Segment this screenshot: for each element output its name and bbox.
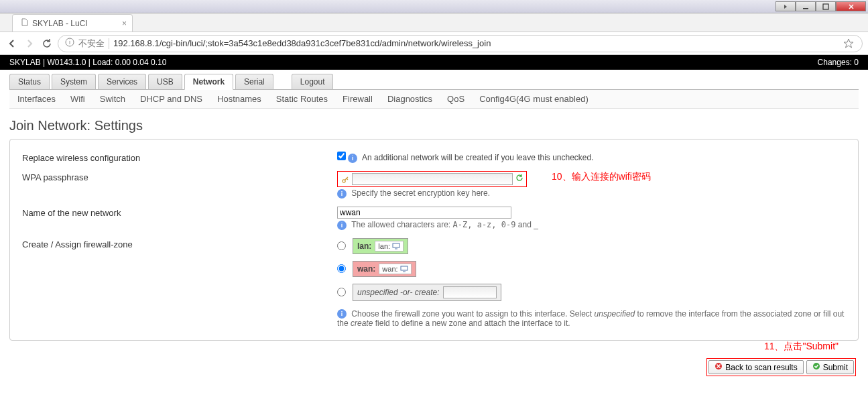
wpa-hint: Specify the secret encryption key here. (351, 188, 490, 198)
page-body: Status System Services USB Network Seria… (0, 70, 868, 395)
back-button[interactable]: Back to scan results (708, 360, 803, 374)
info-icon: i (337, 309, 347, 319)
netname-hint-pre: The allowed characters are: (351, 220, 452, 229)
netname-hint-code: A-Z, a-z, 0-9 (453, 220, 516, 229)
zone-lan-iface: lan: (375, 241, 404, 251)
browser-navbar: i 不安全 192.168.8.1/cgi-bin/luci/;stok=3a5… (0, 32, 868, 55)
forward-icon[interactable] (23, 37, 36, 50)
tab-status[interactable]: Status (9, 74, 50, 89)
zone-radio-wan[interactable] (337, 264, 346, 273)
subtab-interfaces[interactable]: Interfaces (17, 94, 56, 104)
tab-logout[interactable]: Logout (292, 74, 334, 89)
cancel-icon (715, 362, 723, 372)
unsafe-label: 不安全 (78, 38, 105, 50)
svg-rect-5 (393, 243, 399, 247)
subtab-config4g[interactable]: Config4G(4G must enabled) (479, 94, 588, 104)
subtab-diagnostics[interactable]: Diagnostics (387, 94, 432, 104)
svg-rect-1 (823, 4, 828, 9)
window-unknown-button[interactable] (776, 1, 796, 11)
window-maximize-button[interactable] (816, 1, 836, 11)
browser-tab-title: SKYLAB - LuCI (32, 19, 88, 28)
zone-hint: Choose the firewall zone you want to ass… (337, 309, 844, 329)
annotation-11: 11、点击"Submit" (9, 341, 839, 353)
field-netname: Name of the new network i The allowed ch… (22, 203, 846, 234)
wpa-label: WPA passphrase (22, 171, 337, 182)
zone-radio-lan[interactable] (337, 241, 346, 250)
browser-tab[interactable]: SKYLAB - LuCI × (12, 14, 133, 32)
os-titlebar (0, 0, 868, 13)
subtab-dhcp[interactable]: DHCP and DNS (140, 94, 202, 104)
field-wpa: WPA passphrase 10、输入连接的wifi密码 i Specify … (22, 167, 846, 203)
window-buttons (776, 1, 866, 11)
divider (109, 38, 109, 49)
info-icon: i (337, 189, 347, 199)
svg-point-8 (813, 363, 820, 370)
back-icon[interactable] (5, 37, 19, 50)
luci-topbar: SKYLAB | W0143.1.0 | Load: 0.00 0.04 0.1… (0, 55, 868, 70)
subtab-hostnames[interactable]: Hostnames (217, 94, 261, 104)
close-icon[interactable]: × (122, 19, 127, 28)
subtab-switch[interactable]: Switch (100, 94, 125, 104)
browser-tabbar: SKYLAB - LuCI × (0, 13, 868, 32)
window-close-button[interactable] (836, 1, 866, 11)
field-zone: Create / Assign firewall-zone lan: lan: … (22, 234, 846, 333)
window-minimize-button[interactable] (796, 1, 816, 11)
wpa-input[interactable] (352, 173, 513, 185)
zone-lan-label: lan: (357, 241, 371, 251)
zone-wan-label: wan: (357, 264, 375, 274)
svg-rect-6 (401, 266, 408, 270)
star-icon[interactable] (842, 37, 855, 50)
zone-wan-iface: wan: (379, 264, 411, 274)
status-text: SKYLAB | W0143.1.0 | Load: 0.00 0.04 0.1… (9, 58, 166, 67)
replace-hint: An additional network will be created if… (362, 153, 594, 162)
tab-services[interactable]: Services (98, 74, 146, 89)
info-icon: i (337, 221, 347, 230)
page-title: Join Network: Settings (9, 118, 859, 133)
url-box[interactable]: i 不安全 192.168.8.1/cgi-bin/luci/;stok=3a5… (58, 35, 863, 52)
subtab-firewall[interactable]: Firewall (343, 94, 373, 104)
zone-badge-lan: lan: lan: (353, 238, 408, 254)
tab-usb[interactable]: USB (148, 74, 182, 89)
tab-serial[interactable]: Serial (235, 74, 273, 89)
field-replace: Replace wireless configuration i An addi… (22, 148, 846, 167)
zone-unspec-label: unspecified -or- create: (357, 288, 440, 297)
subtab-qos[interactable]: QoS (447, 94, 464, 104)
replace-checkbox[interactable] (337, 152, 346, 160)
main-tabs: Status System Services USB Network Seria… (9, 74, 859, 89)
tab-network[interactable]: Network (184, 74, 233, 90)
sub-tabs: Interfaces Wifi Switch DHCP and DNS Host… (9, 89, 859, 109)
url-text: 192.168.8.1/cgi-bin/luci/;stok=3a543c1e8… (113, 38, 491, 48)
subtab-staticroutes[interactable]: Static Routes (276, 94, 328, 104)
page-icon (21, 18, 29, 28)
reveal-password-icon[interactable] (515, 174, 523, 184)
key-icon (340, 175, 350, 184)
ok-icon (812, 362, 820, 372)
submit-button[interactable]: Submit (806, 360, 854, 374)
info-icon: i (65, 38, 74, 49)
footer-buttons: Back to scan results Submit (9, 358, 859, 376)
annotation-10: 10、输入连接的wifi密码 (552, 171, 651, 183)
subtab-wifi[interactable]: Wifi (70, 94, 85, 104)
zone-create-input[interactable] (443, 286, 497, 298)
svg-text:i: i (69, 39, 70, 46)
replace-label: Replace wireless configuration (22, 152, 337, 163)
svg-rect-0 (803, 8, 808, 9)
netname-label: Name of the new network (22, 207, 337, 218)
tab-system[interactable]: System (52, 74, 96, 89)
zone-label: Create / Assign firewall-zone (22, 238, 337, 249)
zone-radio-unspec[interactable] (337, 288, 346, 296)
changes-link[interactable]: Changes: 0 (818, 58, 859, 67)
reload-icon[interactable] (40, 37, 54, 50)
zone-badge-create: unspecified -or- create: (353, 284, 501, 301)
zone-badge-wan: wan: wan: (353, 261, 416, 277)
netname-hint-post: and _ (515, 220, 538, 229)
info-icon: i (348, 154, 357, 163)
fieldset: Replace wireless configuration i An addi… (9, 139, 859, 341)
netname-input[interactable] (337, 207, 511, 219)
